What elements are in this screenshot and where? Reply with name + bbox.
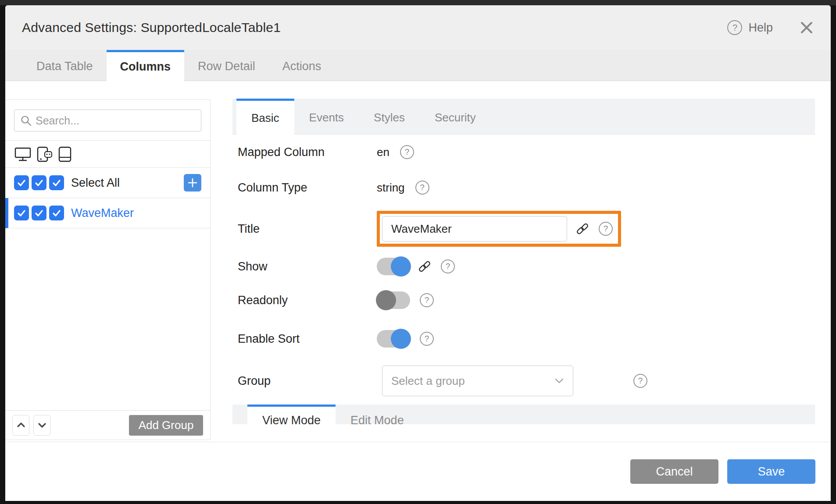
tab-columns[interactable]: Columns — [107, 50, 185, 82]
group-select-placeholder: Select a group — [391, 374, 465, 388]
toggle-knob — [391, 256, 411, 277]
show-row: Show ? — [238, 252, 815, 281]
tab-basic[interactable]: Basic — [236, 99, 294, 135]
tab-row-detail[interactable]: Row Detail — [184, 50, 269, 81]
footer-divider — [5, 442, 831, 442]
chevron-up-icon — [16, 420, 26, 430]
search-input[interactable] — [14, 110, 201, 131]
column-label: WaveMaker — [71, 206, 134, 220]
main-tab-bar: Data Table Columns Row Detail Actions — [5, 50, 831, 81]
mapped-column-row: Mapped Column en ? — [238, 135, 815, 170]
detail-tab-bar: Basic Events Styles Security — [232, 99, 815, 135]
title-label: Title — [238, 222, 377, 236]
chevron-down-icon — [37, 420, 47, 430]
panel-spacer — [5, 228, 210, 410]
group-label: Group — [238, 374, 377, 388]
help-icon[interactable]: ? — [420, 293, 434, 307]
add-group-button[interactable]: Add Group — [129, 415, 203, 436]
tab-data-table[interactable]: Data Table — [23, 50, 107, 81]
toggle-knob — [391, 329, 411, 349]
dialog-title: Advanced Settings: SupportedLocaleTable1 — [22, 20, 281, 35]
bind-chain-icon[interactable] — [575, 221, 590, 236]
advanced-settings-dialog: Advanced Settings: SupportedLocaleTable1… — [5, 5, 831, 501]
readonly-label: Readonly — [238, 294, 377, 307]
search-icon — [20, 114, 32, 127]
column-type-value: string — [377, 181, 405, 195]
select-all-row[interactable]: Select All — [5, 168, 210, 198]
chevron-down-icon — [554, 378, 564, 384]
help-icon[interactable]: ? — [420, 332, 434, 346]
tab-styles[interactable]: Styles — [359, 99, 420, 134]
help-icon[interactable]: ? — [415, 181, 429, 195]
columns-list-panel: Select All WaveMaker — [5, 99, 211, 440]
show-label: Show — [238, 260, 377, 273]
title-highlight-box: ? — [377, 211, 621, 247]
readonly-toggle[interactable] — [377, 291, 410, 309]
help-icon[interactable]: ? — [599, 222, 613, 236]
tab-view-mode[interactable]: View Mode — [247, 405, 336, 424]
help-icon[interactable]: ? — [633, 374, 647, 388]
tab-edit-mode[interactable]: Edit Mode — [336, 405, 419, 424]
checkbox-desktop[interactable] — [14, 206, 29, 220]
help-icon[interactable]: ? — [441, 259, 455, 273]
question-circle-icon: ? — [727, 20, 742, 35]
title-input[interactable] — [382, 216, 567, 241]
column-row-wavemaker[interactable]: WaveMaker — [5, 198, 210, 228]
readonly-row: Readonly ? — [238, 281, 815, 319]
help-label: Help — [748, 21, 773, 35]
tab-actions[interactable]: Actions — [269, 50, 335, 81]
tab-events[interactable]: Events — [294, 99, 359, 134]
cancel-button[interactable]: Cancel — [630, 459, 718, 484]
move-up-button[interactable] — [12, 415, 29, 436]
save-button[interactable]: Save — [727, 459, 815, 484]
select-all-label: Select All — [71, 176, 120, 190]
bind-chain-icon[interactable] — [417, 259, 432, 274]
backdrop-top-bar — [0, 0, 836, 5]
group-row: Group Select a group ? — [238, 358, 815, 404]
search-section — [5, 100, 210, 141]
checkbox-tablet[interactable] — [49, 175, 64, 190]
checkbox-mobile[interactable] — [32, 175, 46, 190]
show-toggle[interactable] — [377, 258, 410, 275]
close-icon[interactable] — [799, 20, 814, 35]
dialog-header: Advanced Settings: SupportedLocaleTable1… — [5, 5, 831, 50]
move-down-button[interactable] — [33, 415, 50, 436]
column-type-label: Column Type — [238, 181, 377, 195]
mapped-column-label: Mapped Column — [238, 146, 377, 159]
enable-sort-toggle[interactable] — [377, 330, 410, 348]
tablet-icon — [57, 146, 73, 163]
mobile-icon — [35, 146, 54, 163]
checkbox-desktop[interactable] — [14, 175, 29, 190]
enable-sort-row: Enable Sort ? — [238, 319, 815, 358]
mode-tab-bar: View Mode Edit Mode — [232, 405, 815, 424]
checkbox-mobile[interactable] — [32, 206, 46, 220]
enable-sort-label: Enable Sort — [238, 332, 377, 346]
device-columns-header — [5, 141, 210, 168]
tab-security[interactable]: Security — [420, 99, 491, 134]
basic-settings-form: Mapped Column en ? Column Type string ? … — [232, 135, 815, 404]
help-icon[interactable]: ? — [400, 145, 414, 159]
column-type-row: Column Type string ? — [238, 170, 815, 206]
column-list-footer: Add Group — [5, 410, 210, 440]
toggle-knob — [376, 290, 396, 310]
group-select[interactable]: Select a group — [382, 366, 573, 396]
mapped-column-value: en — [377, 146, 389, 159]
column-detail-panel: Basic Events Styles Security Mapped Colu… — [232, 99, 815, 424]
add-column-button[interactable] — [184, 174, 201, 192]
desktop-icon — [14, 146, 32, 162]
help-button[interactable]: ? Help — [727, 20, 773, 35]
title-row: Title ? — [238, 206, 815, 252]
checkbox-tablet[interactable] — [49, 206, 64, 220]
